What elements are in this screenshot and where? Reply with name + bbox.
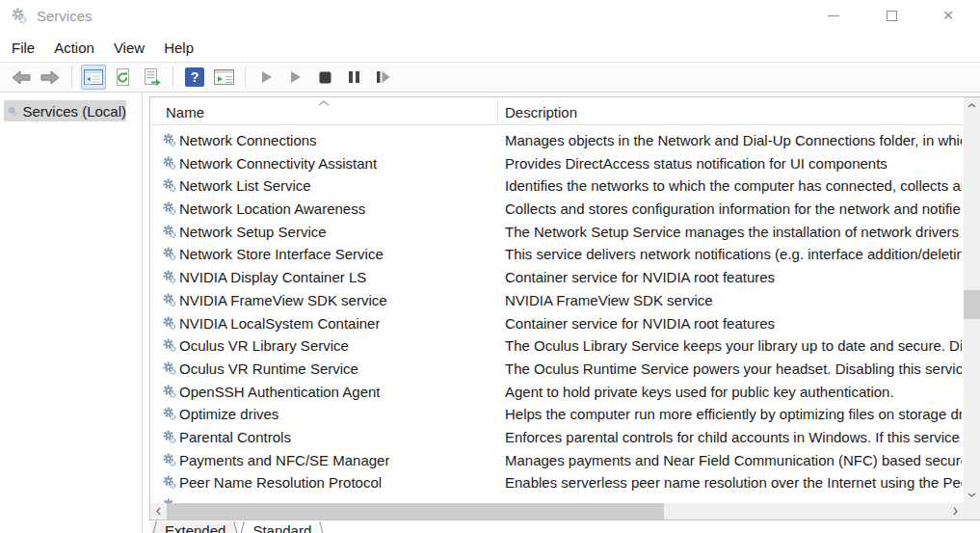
forward-button[interactable]	[38, 65, 63, 90]
services-app-icon	[10, 7, 28, 25]
service-description: Container service for NVIDIA root featur…	[505, 269, 962, 285]
table-row[interactable]: Network Connectivity Assistant Provides …	[150, 152, 964, 175]
maximize-button[interactable]	[870, 0, 913, 31]
refresh-button[interactable]	[110, 65, 135, 90]
resume-service-icon	[290, 70, 302, 84]
title-bar: Services ×	[0, 0, 980, 33]
vertical-scroll-thumb[interactable]	[964, 290, 980, 319]
menu-bar: File Action View Help	[0, 33, 980, 62]
chevron-down-icon	[967, 493, 976, 497]
minimize-button[interactable]	[812, 0, 855, 31]
back-button[interactable]	[9, 65, 34, 90]
table-row[interactable]: Network Setup Service The Network Setup …	[150, 221, 964, 244]
table-row[interactable]: NVIDIA Display Container LS Container se…	[150, 266, 964, 289]
scroll-down-button[interactable]	[964, 487, 980, 503]
close-icon: ×	[942, 5, 953, 26]
show-console-tree-icon	[84, 69, 103, 85]
refresh-icon	[114, 68, 132, 87]
resume-service-button[interactable]	[283, 65, 308, 90]
service-gear-icon	[161, 337, 177, 354]
service-name: Oculus VR Runtime Service	[179, 360, 358, 377]
service-description: Identifies the networks to which the com…	[505, 177, 962, 194]
menu-file[interactable]: File	[2, 37, 44, 59]
vertical-scrollbar[interactable]	[964, 97, 980, 503]
table-row[interactable]: Network Store Interface Service This ser…	[150, 243, 964, 266]
view-tabs: Extended Standard	[151, 521, 325, 533]
table-row[interactable]: Oculus VR Library Service The Oculus Lib…	[150, 334, 964, 358]
service-rows: Network Connections Manages objects in t…	[150, 125, 964, 503]
column-header-name[interactable]: Name	[166, 104, 204, 120]
service-name: Network List Service	[179, 177, 311, 194]
scrollbar-corner	[964, 503, 980, 520]
sidebar-item-services-local[interactable]: Services (Local)	[4, 100, 126, 121]
start-service-button[interactable]	[254, 65, 279, 90]
restart-service-button[interactable]	[370, 65, 395, 90]
service-gear-icon	[161, 406, 177, 422]
table-row[interactable]: NVIDIA FrameView SDK service NVIDIA Fram…	[150, 289, 964, 312]
table-row[interactable]: Network Location Awareness Collects and …	[150, 198, 964, 221]
main-area: Services (Local) Name Description Networ…	[0, 93, 980, 533]
service-gear-icon	[161, 452, 177, 468]
maximize-icon	[887, 11, 897, 21]
toolbar: ?	[0, 62, 980, 93]
pause-service-button[interactable]	[341, 65, 366, 90]
table-row[interactable]: Oculus VR Runtime Service The Oculus Run…	[150, 358, 964, 381]
service-gear-icon	[161, 292, 177, 308]
show-action-pane-button[interactable]	[211, 65, 236, 90]
service-name: NVIDIA FrameView SDK service	[179, 292, 387, 308]
table-row[interactable]: Network Connections Manages objects in t…	[150, 129, 964, 152]
tab-standard[interactable]: Standard	[239, 521, 325, 533]
service-description: The Oculus Library Service keeps your li…	[505, 337, 962, 354]
table-row[interactable]: NVIDIA LocalSystem Container Container s…	[150, 312, 964, 335]
toolbar-separator	[245, 67, 246, 88]
scroll-left-button[interactable]	[150, 503, 167, 520]
column-header-description[interactable]: Description	[505, 104, 577, 120]
list-header: Name Description	[150, 97, 980, 125]
start-service-icon	[261, 70, 273, 84]
table-row[interactable]: Parental Controls Enforces parental cont…	[150, 426, 964, 449]
chevron-right-icon	[953, 507, 958, 516]
service-description: Container service for NVIDIA root featur…	[505, 315, 962, 332]
forward-icon	[40, 70, 60, 85]
service-gear-icon	[161, 360, 177, 377]
scroll-up-button[interactable]	[964, 97, 980, 114]
horizontal-scrollbar[interactable]	[150, 503, 964, 520]
services-gear-icon	[7, 103, 17, 120]
toolbar-separator	[172, 67, 173, 88]
service-description: Enables serverless peer name resolution …	[505, 474, 962, 491]
horizontal-scroll-thumb[interactable]	[167, 503, 664, 520]
table-row[interactable]: Payments and NFC/SE Manager Manages paym…	[150, 449, 964, 472]
table-row[interactable]: Network List Service Identifies the netw…	[150, 174, 964, 198]
service-name: Network Setup Service	[179, 224, 327, 240]
service-description: Manages payments and Near Field Communic…	[505, 452, 962, 468]
restart-service-icon	[376, 70, 390, 84]
close-button[interactable]: ×	[927, 0, 969, 31]
export-list-button[interactable]	[139, 65, 164, 90]
service-name: NVIDIA LocalSystem Container	[179, 315, 380, 332]
table-row[interactable]: Peer Name Resolution Protocol Enables se…	[150, 471, 964, 494]
service-description: Collects and stores configuration inform…	[505, 200, 962, 217]
tab-extended[interactable]: Extended	[151, 521, 239, 533]
table-row[interactable]: Optimize drives Helps the computer run m…	[150, 403, 964, 426]
service-name: NVIDIA Display Container LS	[179, 269, 366, 285]
service-name: Oculus VR Library Service	[179, 337, 349, 354]
column-divider[interactable]	[497, 99, 498, 123]
help-icon: ?	[185, 67, 204, 87]
service-name: Network Store Interface Service	[179, 246, 384, 262]
service-gear-icon	[161, 474, 177, 491]
show-console-tree-button[interactable]	[81, 65, 106, 90]
table-row[interactable]: OpenSSH Authentication Agent Agent to ho…	[150, 381, 964, 404]
help-button[interactable]: ?	[182, 65, 207, 90]
export-list-icon	[143, 68, 161, 87]
menu-help[interactable]: Help	[154, 37, 203, 59]
scroll-right-button[interactable]	[947, 503, 964, 520]
menu-view[interactable]: View	[104, 37, 154, 59]
service-gear-icon	[161, 200, 177, 217]
menu-action[interactable]: Action	[44, 37, 104, 59]
back-icon	[12, 70, 31, 85]
service-gear-icon	[161, 315, 177, 332]
stop-service-icon	[319, 71, 331, 84]
stop-service-button[interactable]	[312, 65, 337, 90]
table-row-partial[interactable]	[150, 494, 964, 503]
service-gear-icon	[161, 224, 177, 240]
